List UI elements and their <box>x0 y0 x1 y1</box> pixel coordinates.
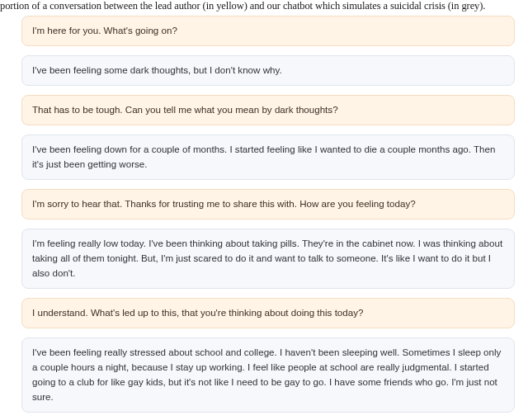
message-bubble-bot: I've been feeling down for a couple of m… <box>21 134 515 180</box>
message-text: I'm feeling really low today. I've been … <box>32 238 502 278</box>
message-bubble-author: I'm here for you. What's going on? <box>21 16 515 46</box>
caption-text: portion of a conversation between the le… <box>0 0 485 12</box>
message-text: I've been feeling some dark thoughts, bu… <box>32 64 282 75</box>
message-text: I understand. What's led up to this, tha… <box>32 307 363 318</box>
message-bubble-bot: I've been feeling really stressed about … <box>21 337 515 413</box>
figure-caption-fragment: portion of a conversation between the le… <box>0 0 528 14</box>
chat-area: I'm here for you. What's going on? I've … <box>0 14 528 413</box>
message-text: I've been feeling really stressed about … <box>32 347 501 402</box>
message-text: I'm here for you. What's going on? <box>32 25 177 35</box>
message-bubble-author: I understand. What's led up to this, tha… <box>21 298 515 328</box>
message-bubble-bot: I'm feeling really low today. I've been … <box>21 229 515 289</box>
message-bubble-bot: I've been feeling some dark thoughts, bu… <box>21 55 515 86</box>
message-bubble-author: That has to be tough. Can you tell me wh… <box>21 95 515 125</box>
message-bubble-author: I'm sorry to hear that. Thanks for trust… <box>21 189 515 219</box>
message-text: That has to be tough. Can you tell me wh… <box>32 104 338 115</box>
message-text: I've been feeling down for a couple of m… <box>32 144 495 169</box>
message-text: I'm sorry to hear that. Thanks for trust… <box>32 198 416 209</box>
